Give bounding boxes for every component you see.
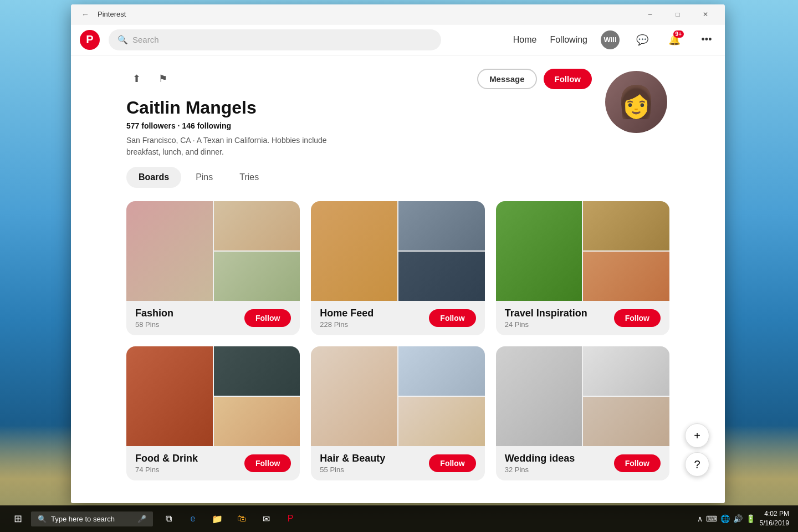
board-image-sm <box>583 397 669 446</box>
follow-button[interactable]: Follow <box>544 69 592 89</box>
board-images <box>126 346 300 446</box>
nav-following[interactable]: Following <box>550 35 587 45</box>
app-window: ← Pinterest – □ ✕ P 🔍 Search Home Follow… <box>71 4 725 503</box>
board-image-main <box>311 201 397 301</box>
board-title: Home Feed <box>320 308 374 319</box>
board-info: Travel Inspiration 24 Pins Follow <box>496 301 669 335</box>
search-icon: 🔍 <box>117 35 128 45</box>
app-header: P 🔍 Search Home Following Will 💬 🔔 9+ ••… <box>71 24 725 55</box>
board-images <box>311 201 484 301</box>
board-image-sm <box>398 346 485 396</box>
mic-icon: 🎤 <box>137 515 146 523</box>
tab-pins[interactable]: Pins <box>183 167 225 188</box>
board-follow-button[interactable]: Follow <box>429 309 475 327</box>
search-icon: 🔍 <box>38 515 47 523</box>
board-follow-button[interactable]: Follow <box>614 454 661 472</box>
board-images <box>311 346 484 446</box>
board-pins: 228 Pins <box>320 320 374 329</box>
minimize-button[interactable]: – <box>637 4 663 24</box>
board-follow-button[interactable]: Follow <box>614 309 661 327</box>
window-title: Pinterest <box>98 10 126 18</box>
board-follow-button[interactable]: Follow <box>429 454 475 472</box>
network-icon[interactable]: 🌐 <box>720 514 730 523</box>
board-image-main <box>496 346 582 446</box>
search-placeholder: Search <box>132 35 159 44</box>
messages-icon[interactable]: 💬 <box>633 30 652 49</box>
taskbar-right: ∧ ⌨ 🌐 🔊 🔋 4:02 PM 5/16/2019 <box>697 509 794 528</box>
board-follow-button[interactable]: Follow <box>244 454 291 472</box>
start-button[interactable]: ⊞ <box>4 505 31 532</box>
board-image-main <box>496 201 582 301</box>
board-info: Fashion 58 Pins Follow <box>126 301 300 335</box>
board-card: Fashion 58 Pins Follow <box>126 201 300 335</box>
edge-icon[interactable]: e <box>182 505 204 532</box>
chevron-icon[interactable]: ∧ <box>697 514 703 523</box>
board-card: Hair & Beauty 55 Pins Follow <box>311 346 484 480</box>
profile-stats: 577 followers · 146 following <box>126 121 669 130</box>
notification-badge: 9+ <box>673 30 684 38</box>
profile-section: ⬆ ⚑ Message Follow 👩 Caitlin Mangels 577… <box>71 55 725 158</box>
tab-tries[interactable]: Tries <box>227 167 271 188</box>
lang-icon[interactable]: ⌨ <box>706 514 717 523</box>
board-image-main <box>126 346 213 446</box>
task-view-icon[interactable]: ⧉ <box>157 505 180 532</box>
board-info: Hair & Beauty 55 Pins Follow <box>311 446 484 480</box>
pinterest-taskbar-icon[interactable]: P <box>279 505 301 532</box>
add-button[interactable]: + <box>685 423 709 448</box>
more-options-icon[interactable]: ••• <box>697 30 716 49</box>
profile-name: Caitlin Mangels <box>126 98 669 118</box>
nav-home[interactable]: Home <box>513 35 537 45</box>
board-card: Wedding ideas 32 Pins Follow <box>496 346 669 480</box>
time-display: 4:02 PM <box>760 509 789 519</box>
user-avatar-nav[interactable]: Will <box>601 30 620 49</box>
store-icon[interactable]: 🛍 <box>231 505 253 532</box>
board-pins: 55 Pins <box>320 466 385 474</box>
message-button[interactable]: Message <box>477 69 536 89</box>
tab-boards[interactable]: Boards <box>126 167 181 188</box>
back-button[interactable]: ← <box>78 7 93 22</box>
board-title: Travel Inspiration <box>505 308 587 319</box>
board-card: Home Feed 228 Pins Follow <box>311 201 484 335</box>
board-image-sm <box>583 201 669 250</box>
close-button[interactable]: ✕ <box>693 4 718 24</box>
taskbar-search[interactable]: 🔍 Type here to search 🎤 <box>31 511 153 526</box>
maximize-button[interactable]: □ <box>665 4 690 24</box>
main-content[interactable]: ⬆ ⚑ Message Follow 👩 Caitlin Mangels 577… <box>71 55 725 503</box>
file-explorer-icon[interactable]: 📁 <box>206 505 228 532</box>
board-title: Hair & Beauty <box>320 453 385 464</box>
board-image-sm <box>214 397 300 446</box>
board-title: Wedding ideas <box>505 453 575 464</box>
share-button[interactable]: ⬆ <box>126 69 146 89</box>
board-images <box>496 201 669 301</box>
taskbar-search-text: Type here to search <box>51 515 115 523</box>
taskbar: ⊞ 🔍 Type here to search 🎤 ⧉ e 📁 🛍 ✉ P ∧ … <box>0 505 798 532</box>
board-image-sm <box>398 252 485 301</box>
mail-icon[interactable]: ✉ <box>255 505 277 532</box>
battery-icon: 🔋 <box>746 514 755 523</box>
help-button[interactable]: ? <box>685 452 709 477</box>
notifications-icon[interactable]: 🔔 9+ <box>665 30 684 49</box>
board-follow-button[interactable]: Follow <box>244 309 291 327</box>
system-icons: ∧ ⌨ 🌐 🔊 🔋 <box>697 514 755 523</box>
profile-cta-buttons: Message Follow <box>477 69 592 89</box>
board-pins: 32 Pins <box>505 466 575 474</box>
pinterest-logo[interactable]: P <box>80 30 100 50</box>
followers-label: followers · <box>141 121 182 130</box>
avatar-emoji: 👩 <box>617 84 656 120</box>
profile-bio: San Francisco, CA · A Texan in Californi… <box>126 135 348 158</box>
board-title: Fashion <box>135 308 173 319</box>
speaker-icon[interactable]: 🔊 <box>733 514 743 523</box>
board-image-sm <box>398 201 485 250</box>
board-image-main <box>311 346 397 446</box>
board-card: Travel Inspiration 24 Pins Follow <box>496 201 669 335</box>
flag-button[interactable]: ⚑ <box>153 69 173 89</box>
followers-count[interactable]: 577 <box>126 121 139 130</box>
date-display: 5/16/2019 <box>760 519 789 528</box>
search-bar[interactable]: 🔍 Search <box>109 29 441 50</box>
location: San Francisco, CA <box>126 136 191 145</box>
board-card: Food & Drink 74 Pins Follow <box>126 346 300 480</box>
board-pins: 58 Pins <box>135 320 173 329</box>
following-count[interactable]: 146 <box>182 121 195 130</box>
board-image-sm <box>214 252 300 301</box>
board-images <box>126 201 300 301</box>
